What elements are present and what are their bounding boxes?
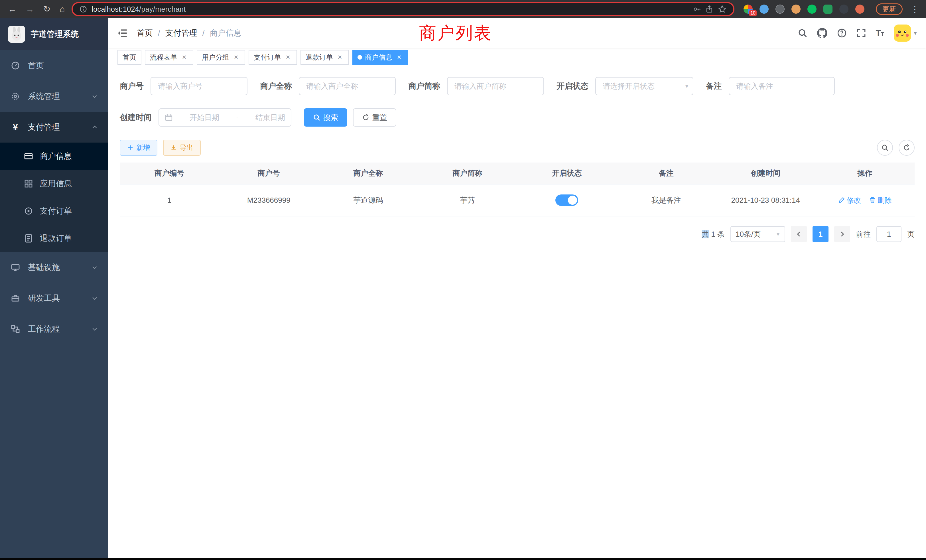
sidebar: 芋道管理系统 首页 系统管理 ¥ 支付管理 (0, 18, 108, 558)
sidebar-item-label: 基础设施 (28, 262, 60, 273)
browser-extensions: 10 (743, 5, 864, 14)
merchant-no-input[interactable] (151, 77, 247, 95)
password-key-icon[interactable] (693, 5, 701, 13)
sidebar-item-label: 应用信息 (40, 178, 72, 189)
url-host: localhost:1024 (92, 5, 139, 13)
sidebar-item-app-info[interactable]: 应用信息 (0, 170, 108, 197)
reset-button[interactable]: 重置 (353, 108, 396, 127)
column-header: 开启状态 (517, 162, 617, 184)
tab-home[interactable]: 首页 (118, 50, 141, 65)
tab-process-form[interactable]: 流程表单× (145, 50, 193, 65)
sidebar-item-refund-order[interactable]: 退款订单 (0, 225, 108, 252)
extension-icon[interactable]: 10 (743, 5, 753, 14)
url-text: localhost:1024/pay/merchant (92, 5, 186, 14)
column-header: 操作 (816, 162, 915, 184)
breadcrumb-item[interactable]: 支付管理 (165, 28, 197, 38)
cell-create-time: 2021-10-23 08:31:14 (716, 184, 816, 216)
tags-view-bar: 首页 流程表单× 用户分组× 支付订单× 退款订单× 商户信息× (108, 48, 926, 67)
bookmark-star-icon[interactable] (718, 5, 726, 14)
help-icon[interactable] (837, 28, 847, 38)
breadcrumb-separator: / (158, 29, 160, 38)
sidebar-item-devtools[interactable]: 研发工具 (0, 283, 108, 314)
filter-remark: 备注 (706, 77, 835, 95)
close-icon[interactable]: × (395, 53, 403, 61)
extension-icon[interactable] (855, 5, 864, 14)
close-icon[interactable]: × (180, 53, 188, 61)
reload-icon[interactable]: ↻ (43, 5, 50, 14)
yen-icon: ¥ (10, 123, 21, 132)
browser-menu-icon[interactable]: ⋮ (909, 4, 920, 14)
app-title: 芋道管理系统 (31, 29, 79, 39)
export-button[interactable]: 导出 (163, 140, 201, 156)
status-toggle[interactable] (555, 194, 578, 206)
sidebar-item-infra[interactable]: 基础设施 (0, 252, 108, 283)
address-bar[interactable]: localhost:1024/pay/merchant (71, 2, 734, 16)
delete-button-label: 删除 (878, 195, 892, 205)
export-button-label: 导出 (180, 143, 193, 152)
status-select[interactable] (595, 77, 693, 95)
goto-label: 前往 (856, 229, 871, 239)
remark-input[interactable] (729, 77, 835, 95)
browser-update-button[interactable]: 更新 (876, 3, 903, 15)
extension-icon[interactable] (760, 5, 769, 14)
user-avatar[interactable]: ▾ (894, 24, 917, 42)
extension-icon[interactable] (823, 5, 832, 14)
app-logo[interactable]: 芋道管理系统 (0, 18, 108, 50)
toggle-search-button[interactable] (877, 140, 893, 156)
search-button[interactable]: 搜索 (304, 108, 347, 127)
site-info-icon[interactable] (80, 5, 87, 13)
tab-label: 商户信息 (365, 53, 392, 62)
delete-button[interactable]: 删除 (869, 195, 892, 205)
extension-icon[interactable] (807, 5, 817, 14)
chevron-down-icon: ▾ (776, 231, 779, 238)
date-range-picker[interactable]: 开始日期 - 结束日期 (159, 108, 291, 127)
sidebar-item-label: 支付管理 (28, 122, 60, 133)
extension-icon[interactable] (775, 5, 785, 14)
search-icon[interactable] (798, 28, 807, 38)
page-content: 商户号 商户全称 商户简称 开启状态 (108, 67, 926, 558)
tab-refund-order[interactable]: 退款订单× (301, 50, 349, 65)
sidebar-toggle-icon[interactable] (118, 28, 128, 38)
close-icon[interactable]: × (232, 53, 240, 61)
sidebar-item-merchant-info[interactable]: 商户信息 (0, 142, 108, 170)
merchant-shortname-input[interactable] (447, 77, 544, 95)
github-icon[interactable] (817, 28, 828, 38)
sidebar-item-pay-order[interactable]: 支付订单 (0, 197, 108, 225)
forward-icon[interactable]: → (26, 5, 34, 14)
table-toolbar: 新增 导出 (120, 140, 915, 156)
close-icon[interactable]: × (336, 53, 344, 61)
main-area: 首页 / 支付管理 / 商户信息 商户列表 (108, 18, 926, 558)
extension-icon[interactable] (839, 5, 849, 14)
caret-down-icon: ▾ (914, 29, 917, 37)
sidebar-item-pay[interactable]: ¥ 支付管理 (0, 112, 108, 142)
share-icon[interactable] (705, 5, 713, 13)
sidebar-item-workflow[interactable]: 工作流程 (0, 314, 108, 344)
next-page-button[interactable] (834, 226, 850, 242)
sidebar-item-label: 支付订单 (40, 206, 72, 216)
page-size-select[interactable]: 10条/页 ▾ (731, 226, 785, 242)
close-icon[interactable]: × (284, 53, 292, 61)
current-page-button[interactable]: 1 (813, 226, 829, 242)
add-button[interactable]: 新增 (120, 140, 157, 156)
tab-user-group[interactable]: 用户分组× (197, 50, 245, 65)
font-size-icon[interactable]: TT (876, 29, 884, 37)
back-icon[interactable]: ← (8, 5, 17, 14)
merchant-fullname-input[interactable] (299, 77, 396, 95)
edit-button-label: 修改 (847, 195, 861, 205)
page-size-value: 10条/页 (735, 229, 761, 239)
edit-button[interactable]: 修改 (838, 195, 861, 205)
table-tools (877, 140, 915, 156)
sidebar-item-home[interactable]: 首页 (0, 50, 108, 81)
navbar-actions: TT ▾ (798, 24, 917, 42)
goto-suffix: 页 (907, 229, 915, 239)
fullscreen-icon[interactable] (856, 28, 866, 38)
home-icon[interactable]: ⌂ (60, 5, 65, 14)
goto-page-input[interactable] (876, 226, 902, 242)
breadcrumb-item[interactable]: 首页 (137, 28, 153, 38)
tab-merchant-info[interactable]: 商户信息× (353, 50, 408, 65)
prev-page-button[interactable] (791, 226, 807, 242)
tab-pay-order[interactable]: 支付订单× (249, 50, 297, 65)
extension-icon[interactable] (791, 5, 800, 14)
refresh-button[interactable] (899, 140, 915, 156)
sidebar-item-system[interactable]: 系统管理 (0, 81, 108, 112)
